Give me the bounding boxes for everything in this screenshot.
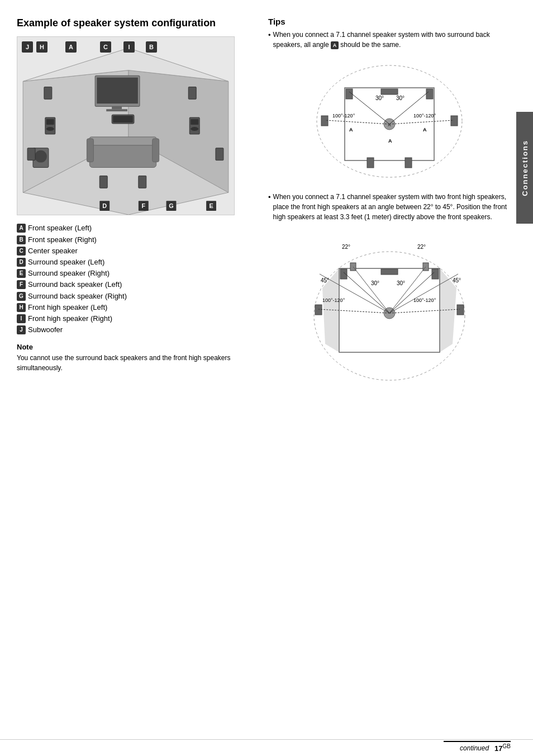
bullet-dot-1: •	[268, 31, 271, 39]
tip-2-text: When you connect a 7.1 channel speaker s…	[273, 192, 511, 222]
speaker-item: FSurround back speaker (Left)	[17, 280, 251, 290]
tip-2: • When you connect a 7.1 channel speaker…	[268, 192, 511, 228]
svg-text:100°-120°: 100°-120°	[413, 297, 436, 303]
svg-text:22°: 22°	[342, 244, 350, 250]
speaker-label: Surround speaker (Left)	[28, 257, 104, 267]
page-number: 17GB	[494, 743, 511, 753]
speaker-badge: F	[17, 280, 26, 289]
speaker-item: ESurround speaker (Right)	[17, 268, 251, 278]
svg-rect-10	[87, 139, 93, 162]
svg-rect-21	[35, 150, 47, 163]
svg-text:30°: 30°	[375, 95, 384, 101]
speaker-item: DSurround speaker (Left)	[17, 257, 251, 267]
badge-H: H	[36, 41, 47, 53]
speaker-badge: H	[17, 303, 26, 312]
svg-rect-45	[321, 116, 328, 126]
svg-rect-46	[451, 116, 458, 126]
speaker-item: AFront speaker (Left)	[17, 223, 251, 233]
speaker-badge: A	[17, 224, 26, 233]
svg-rect-26	[99, 176, 107, 188]
svg-rect-27	[139, 176, 146, 188]
svg-line-76	[344, 272, 389, 313]
side-tab-label: Connections	[521, 140, 529, 196]
badge-A: A	[65, 41, 77, 53]
svg-rect-25	[216, 148, 223, 160]
svg-rect-22	[44, 87, 52, 100]
speaker-room-diagram: J H A C I B	[17, 36, 235, 215]
speaker-label: Surround back speaker (Right)	[28, 291, 127, 301]
svg-text:30°: 30°	[371, 280, 379, 286]
svg-text:22°: 22°	[417, 244, 426, 250]
svg-rect-63	[432, 269, 439, 279]
angle-diagram-2: 22° 22° 45° 45° 30° 30° 100	[308, 232, 470, 389]
svg-text:D: D	[102, 202, 107, 209]
svg-rect-16	[191, 119, 198, 125]
svg-rect-7	[106, 110, 127, 112]
svg-rect-14	[46, 127, 54, 131]
speaker-badge: I	[17, 314, 26, 323]
svg-text:G: G	[169, 202, 174, 209]
svg-text:A: A	[349, 127, 353, 133]
svg-line-48	[389, 92, 429, 124]
svg-rect-6	[112, 107, 122, 110]
svg-text:E: E	[209, 202, 213, 209]
svg-rect-42	[426, 89, 433, 99]
badge-C: C	[100, 41, 111, 53]
svg-text:100°-120°: 100°-120°	[413, 113, 436, 119]
speaker-item: GSurround back speaker (Right)	[17, 291, 251, 301]
right-column: Tips • When you connect a 7.1 channel sp…	[263, 17, 511, 739]
svg-rect-17	[191, 127, 198, 131]
svg-text:100°-120°: 100°-120°	[332, 113, 355, 119]
tip-1: • When you connect a 7.1 channel speaker…	[268, 30, 511, 55]
page-title: Example of speaker system configuration	[17, 17, 251, 30]
connections-tab: Connections	[516, 112, 533, 224]
speaker-label: Subwoofer	[28, 325, 63, 335]
speaker-badge: B	[17, 235, 26, 244]
svg-rect-43	[367, 158, 374, 168]
badge-I: I	[123, 41, 135, 53]
svg-rect-66	[315, 305, 322, 315]
svg-text:30°: 30°	[397, 280, 405, 286]
svg-rect-40	[381, 89, 398, 94]
speaker-label: Surround speaker (Right)	[28, 268, 110, 278]
room-illustration-svg: D F G E	[17, 37, 234, 215]
speaker-label: Front high speaker (Left)	[28, 303, 107, 313]
note-title: Note	[17, 343, 251, 351]
speaker-item: BFront speaker (Right)	[17, 235, 251, 245]
svg-text:F: F	[141, 202, 145, 209]
speaker-badge: D	[17, 258, 26, 267]
tip-1-text: When you connect a 7.1 channel speaker s…	[273, 30, 511, 50]
svg-rect-11	[153, 139, 159, 162]
speaker-item: JSubwoofer	[17, 325, 251, 335]
note-section: Note You cannot use the surround back sp…	[17, 343, 251, 373]
svg-rect-8	[89, 143, 156, 168]
badge-J: J	[22, 41, 33, 53]
svg-text:30°: 30°	[396, 95, 404, 101]
speaker-badge: E	[17, 269, 26, 278]
speaker-label: Front speaker (Right)	[28, 235, 97, 245]
speaker-list: AFront speaker (Left)BFront speaker (Rig…	[17, 223, 251, 335]
svg-rect-24	[27, 148, 35, 160]
svg-line-52	[389, 120, 454, 124]
svg-rect-67	[457, 305, 464, 315]
svg-rect-19	[113, 116, 133, 123]
angle-diagram-1: A	[311, 60, 468, 183]
svg-rect-61	[381, 269, 398, 275]
speaker-label: Center speaker	[28, 246, 78, 256]
svg-text:A: A	[423, 127, 427, 133]
speaker-item: HFront high speaker (Left)	[17, 303, 251, 313]
svg-rect-5	[97, 78, 138, 104]
speaker-item: CCenter speaker	[17, 246, 251, 256]
badge-B: B	[146, 41, 157, 53]
continued-text: continued	[460, 744, 489, 752]
svg-rect-13	[46, 119, 54, 125]
note-text: You cannot use the surround back speaker…	[17, 353, 251, 373]
speaker-label: Front speaker (Left)	[28, 223, 92, 233]
svg-text:A: A	[388, 138, 392, 144]
top-label-row: J H A C I B	[22, 41, 157, 53]
svg-rect-44	[405, 158, 412, 168]
svg-rect-62	[340, 269, 347, 279]
page-container: Connections Example of speaker system co…	[0, 0, 533, 756]
diagram1-container: A	[268, 60, 511, 183]
svg-rect-23	[188, 87, 196, 100]
